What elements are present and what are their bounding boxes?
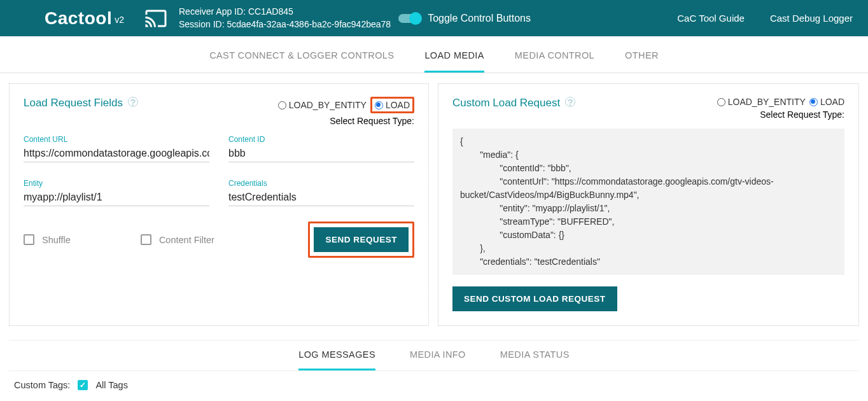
load-request-fields-panel: Load Request Fields ? LOAD_BY_ENTITY LOA… bbox=[9, 83, 429, 326]
radio-load-label-custom: LOAD bbox=[820, 97, 844, 107]
custom-load-request-title: Custom Load Request bbox=[452, 97, 560, 109]
request-type-label-custom: Select Request Type: bbox=[717, 109, 844, 120]
help-icon[interactable]: ? bbox=[128, 97, 138, 107]
tab-other[interactable]: OTHER bbox=[625, 40, 659, 73]
tab-media-info[interactable]: MEDIA INFO bbox=[410, 341, 466, 370]
help-icon[interactable]: ? bbox=[565, 97, 575, 107]
radio-load-label: LOAD bbox=[386, 100, 410, 110]
app-logo: Cactool v2 bbox=[45, 8, 124, 29]
custom-load-request-panel: Custom Load Request ? LOAD_BY_ENTITY LOA… bbox=[438, 83, 859, 326]
main-tabs: CAST CONNECT & LOGGER CONTROLS LOAD MEDI… bbox=[0, 40, 868, 73]
radio-load-by-entity-custom[interactable] bbox=[717, 98, 725, 106]
content-filter-checkbox-item[interactable]: Content Filter bbox=[141, 234, 214, 245]
header-links: CaC Tool Guide Cast Debug Logger bbox=[677, 13, 853, 24]
session-id-label: Session ID: bbox=[179, 19, 225, 29]
credentials-input[interactable] bbox=[228, 189, 414, 206]
request-type-label: Select Request Type: bbox=[278, 116, 414, 126]
content-id-field: Content ID bbox=[228, 135, 414, 162]
tab-log-messages[interactable]: LOG MESSAGES bbox=[298, 341, 375, 370]
receiver-app-id: CC1AD845 bbox=[248, 6, 293, 17]
entity-input[interactable] bbox=[24, 189, 209, 206]
tab-media-control[interactable]: MEDIA CONTROL bbox=[515, 40, 594, 73]
cast-debug-logger-link[interactable]: Cast Debug Logger bbox=[770, 13, 853, 24]
radio-load-custom[interactable] bbox=[809, 98, 818, 106]
send-custom-load-request-button[interactable]: SEND CUSTOM LOAD REQUEST bbox=[452, 286, 617, 311]
radio-load-by-entity-label: LOAD_BY_ENTITY bbox=[289, 100, 367, 110]
radio-load[interactable] bbox=[375, 101, 383, 109]
highlight-send-request: SEND REQUEST bbox=[308, 222, 414, 258]
content-url-input[interactable] bbox=[24, 145, 209, 162]
content-filter-checkbox[interactable] bbox=[141, 234, 151, 245]
radio-load-by-entity-label-custom: LOAD_BY_ENTITY bbox=[728, 97, 806, 107]
all-tags-checkbox[interactable]: ✓ bbox=[78, 380, 88, 390]
entity-field: Entity bbox=[24, 179, 209, 206]
load-request-fields-title: Load Request Fields bbox=[24, 97, 123, 109]
content-id-input[interactable] bbox=[228, 145, 414, 162]
app-header: Cactool v2 Receiver App ID: CC1AD845 Ses… bbox=[0, 0, 868, 36]
credentials-label: Credentials bbox=[228, 179, 414, 188]
tab-load-media[interactable]: LOAD MEDIA bbox=[424, 40, 484, 73]
session-id: 5cdae4fa-32aa-4386-ba2c-9fac942bea78 bbox=[227, 19, 391, 29]
credentials-field: Credentials bbox=[228, 179, 414, 206]
shuffle-checkbox[interactable] bbox=[24, 234, 34, 245]
send-request-button[interactable]: SEND REQUEST bbox=[314, 227, 409, 252]
cast-icon[interactable] bbox=[142, 7, 170, 30]
content-url-field: Content URL bbox=[24, 135, 209, 162]
request-type-selector: LOAD_BY_ENTITY LOAD Select Request Type: bbox=[278, 97, 414, 126]
toggle-label: Toggle Control Buttons bbox=[428, 13, 531, 24]
custom-request-json[interactable]: { "media": { "contentId": "bbb", "conten… bbox=[452, 129, 844, 275]
receiver-app-id-label: Receiver App ID: bbox=[179, 6, 246, 17]
content-filter-label: Content Filter bbox=[159, 235, 214, 245]
custom-tags-label: Custom Tags: bbox=[14, 380, 70, 390]
content-id-label: Content ID bbox=[228, 135, 414, 144]
content-url-label: Content URL bbox=[24, 135, 209, 144]
request-type-selector-custom: LOAD_BY_ENTITY LOAD Select Request Type: bbox=[717, 97, 844, 120]
session-ids: Receiver App ID: CC1AD845 Session ID: 5c… bbox=[179, 6, 391, 31]
panel-row: Load Request Fields ? LOAD_BY_ENTITY LOA… bbox=[0, 73, 868, 339]
all-tags-label: All Tags bbox=[95, 380, 128, 390]
shuffle-label: Shuffle bbox=[42, 235, 71, 245]
shuffle-checkbox-item[interactable]: Shuffle bbox=[24, 234, 71, 245]
tab-media-status[interactable]: MEDIA STATUS bbox=[500, 341, 570, 370]
radio-load-by-entity[interactable] bbox=[278, 101, 286, 109]
lower-tabs: LOG MESSAGES MEDIA INFO MEDIA STATUS bbox=[9, 341, 859, 371]
logo-text: Cactool bbox=[45, 8, 112, 29]
toggle-switch[interactable] bbox=[398, 14, 420, 23]
highlight-load-radio: LOAD bbox=[370, 97, 414, 113]
logo-version: v2 bbox=[115, 15, 124, 25]
tab-cast-connect[interactable]: CAST CONNECT & LOGGER CONTROLS bbox=[209, 40, 394, 73]
toggle-control-buttons[interactable]: Toggle Control Buttons bbox=[398, 13, 531, 24]
lower-section: LOG MESSAGES MEDIA INFO MEDIA STATUS Cus… bbox=[9, 340, 859, 399]
entity-label: Entity bbox=[24, 179, 209, 188]
custom-tags-row: Custom Tags: ✓ All Tags bbox=[9, 371, 859, 399]
cac-tool-guide-link[interactable]: CaC Tool Guide bbox=[677, 13, 745, 24]
